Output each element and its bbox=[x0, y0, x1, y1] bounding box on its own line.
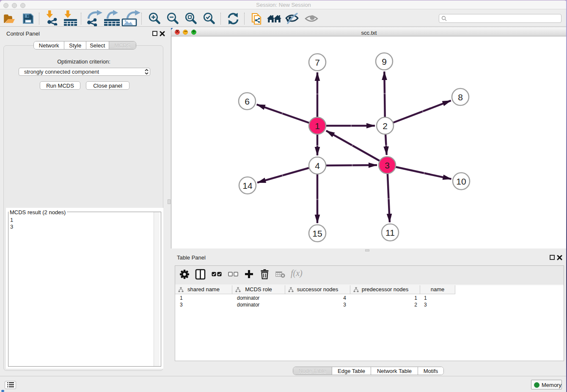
svg-text:10: 10 bbox=[456, 177, 466, 186]
svg-text:8: 8 bbox=[458, 92, 463, 102]
svg-text:15: 15 bbox=[312, 229, 322, 238]
svg-text:6: 6 bbox=[245, 97, 250, 106]
svg-text:14: 14 bbox=[242, 181, 253, 190]
svg-text:9: 9 bbox=[382, 57, 387, 66]
svg-text:11: 11 bbox=[385, 228, 395, 237]
svg-text:1: 1 bbox=[315, 121, 320, 131]
svg-text:3: 3 bbox=[385, 160, 390, 170]
svg-text:4: 4 bbox=[315, 161, 320, 171]
svg-text:7: 7 bbox=[315, 58, 320, 67]
svg-text:2: 2 bbox=[383, 121, 388, 131]
